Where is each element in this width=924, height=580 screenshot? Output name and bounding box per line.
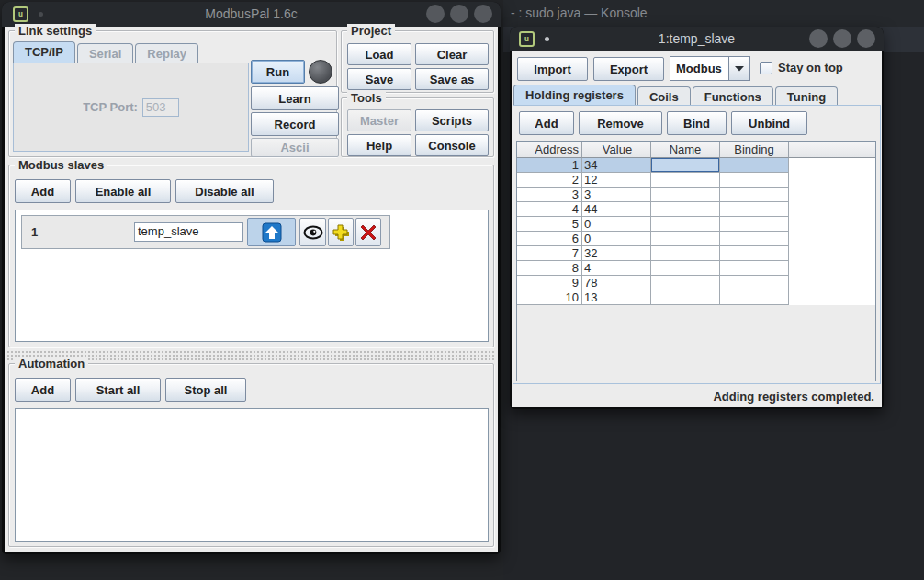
table-cell[interactable] [651,232,720,246]
dialog-maximize-button[interactable] [833,29,851,48]
maximize-button[interactable] [450,5,468,23]
slave-delete-button[interactable] [355,218,381,246]
tab-coils[interactable]: Coils [637,86,691,106]
table-row[interactable]: 84 [517,261,875,276]
import-button[interactable]: Import [517,57,588,81]
table-cell[interactable] [720,261,789,276]
run-button[interactable]: Run [251,60,305,84]
combo-arrow-button[interactable] [728,56,750,81]
tab-serial[interactable]: Serial [77,43,133,63]
main-titlebar[interactable]: u ModbusPal 1.6c [2,2,501,27]
table-row[interactable]: 732 [517,246,875,261]
table-cell[interactable] [789,202,875,217]
table-cell[interactable] [651,276,720,290]
tcp-port-field[interactable]: 503 [142,98,179,117]
table-cell[interactable] [651,202,720,217]
table-cell[interactable] [720,188,789,202]
table-cell[interactable] [789,173,875,188]
table-cell[interactable] [720,246,789,261]
dialog-close-button[interactable] [857,29,875,48]
register-add-button[interactable]: Add [519,111,574,135]
table-cell[interactable]: 3 [517,188,582,202]
table-cell[interactable] [720,202,789,217]
table-cell[interactable] [720,232,789,246]
save-button[interactable]: Save [347,68,411,90]
table-cell[interactable]: 6 [517,232,582,246]
table-cell[interactable] [720,158,789,173]
table-cell[interactable] [651,246,720,261]
master-button[interactable]: Master [347,109,411,131]
help-button[interactable]: Help [347,134,411,156]
register-unbind-button[interactable]: Unbind [731,111,807,135]
tab-tcpip[interactable]: TCP/IP [13,41,75,63]
table-cell[interactable] [651,173,720,188]
table-cell[interactable] [789,246,875,261]
table-cell[interactable]: 12 [582,173,651,188]
console-button[interactable]: Console [415,134,489,156]
table-cell[interactable] [651,261,720,276]
column-header-address[interactable]: Address [517,142,582,158]
table-cell[interactable] [789,276,875,290]
export-button[interactable]: Export [593,57,664,81]
table-row[interactable]: 1013 [517,290,875,305]
table-cell[interactable]: 2 [517,173,582,188]
column-header-binding[interactable]: Binding [720,142,789,158]
dialog-minimize-button[interactable] [809,29,828,48]
dialog-titlebar[interactable]: u 1:temp_slave [510,27,884,51]
table-row[interactable]: 444 [517,202,875,217]
table-cell[interactable] [789,290,875,305]
learn-button[interactable]: Learn [251,86,339,110]
table-cell[interactable]: 0 [582,217,651,232]
table-cell[interactable] [720,217,789,232]
table-cell[interactable]: 34 [582,158,651,173]
table-row[interactable]: 60 [517,232,875,246]
konsole-titlebar[interactable]: - : sudo java — Konsole [503,0,924,27]
table-cell[interactable]: 7 [517,246,582,261]
table-cell[interactable] [789,261,875,276]
table-row[interactable]: 978 [517,276,875,290]
table-cell[interactable] [651,217,720,232]
table-cell[interactable]: 44 [582,202,651,217]
table-cell[interactable]: 0 [582,232,651,246]
slave-add-button[interactable]: Add [15,179,71,203]
column-header-name[interactable]: Name [651,142,720,158]
tab-holding-registers[interactable]: Holding registers [513,85,636,106]
table-cell[interactable] [651,158,720,173]
table-cell[interactable]: 8 [517,261,582,276]
table-cell[interactable] [651,188,720,202]
table-cell[interactable]: 3 [582,188,651,202]
table-cell[interactable] [651,290,720,305]
slave-duplicate-button[interactable] [328,218,354,246]
automation-add-button[interactable]: Add [15,378,71,402]
tab-tuning[interactable]: Tuning [775,86,838,106]
tab-functions[interactable]: Functions [693,86,773,106]
modbus-mode-select[interactable]: Modbus [670,56,750,81]
table-cell[interactable]: 9 [517,276,582,290]
column-header-value[interactable]: Value [582,142,651,158]
enable-all-button[interactable]: Enable all [75,179,171,203]
close-button[interactable] [474,5,492,23]
disable-all-button[interactable]: Disable all [175,179,274,203]
start-all-button[interactable]: Start all [75,378,161,402]
stay-on-top-checkbox[interactable] [760,62,772,74]
ascii-button[interactable]: Ascii [251,138,339,157]
table-cell[interactable] [720,276,789,290]
table-cell[interactable] [789,188,875,202]
table-cell[interactable] [720,290,789,305]
record-button[interactable]: Record [251,112,339,136]
table-cell[interactable]: 78 [582,276,651,290]
table-cell[interactable]: 32 [582,246,651,261]
table-cell[interactable]: 1 [517,158,582,173]
scripts-button[interactable]: Scripts [415,109,489,131]
table-cell[interactable]: 5 [517,217,582,232]
table-cell[interactable]: 4 [517,202,582,217]
table-cell[interactable]: 4 [582,261,651,276]
minimize-button[interactable] [426,5,445,23]
save-as-button[interactable]: Save as [415,68,489,90]
table-row[interactable]: 33 [517,188,875,202]
load-button[interactable]: Load [347,43,411,65]
table-row[interactable]: 212 [517,173,875,188]
slave-enable-toggle[interactable] [247,218,296,246]
tab-replay[interactable]: Replay [135,43,198,63]
table-cell[interactable]: 10 [517,290,582,305]
